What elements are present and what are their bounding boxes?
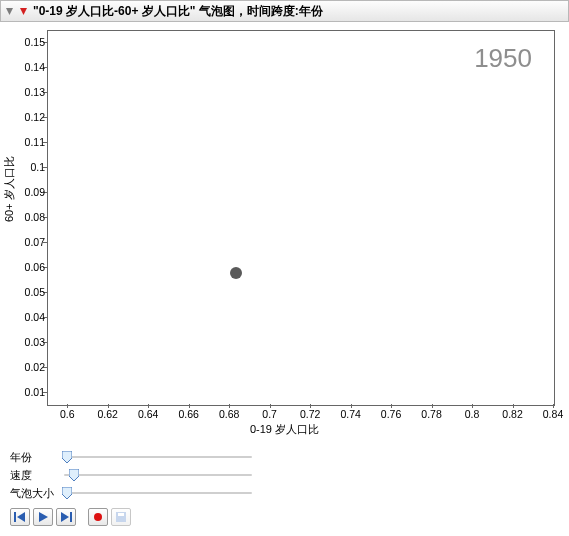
play-button[interactable] — [33, 508, 53, 526]
y-tick: 0.13 — [5, 86, 45, 98]
x-tick: 0.78 — [418, 408, 446, 420]
svg-marker-7 — [39, 512, 48, 522]
data-bubble[interactable] — [230, 267, 242, 279]
record-button[interactable] — [88, 508, 108, 526]
x-tick: 0.64 — [134, 408, 162, 420]
svg-marker-2 — [62, 451, 72, 463]
y-tick: 0.06 — [5, 261, 45, 273]
speed-slider[interactable] — [58, 469, 258, 481]
y-tick: 0.12 — [5, 111, 45, 123]
x-tick: 0.68 — [215, 408, 243, 420]
y-tick: 0.15 — [5, 36, 45, 48]
x-tick: 0.76 — [377, 408, 405, 420]
year-slider[interactable] — [58, 451, 258, 463]
x-tick: 0.8 — [458, 408, 486, 420]
svg-marker-1 — [20, 8, 27, 15]
speed-label: 速度 — [10, 468, 58, 483]
y-tick: 0.03 — [5, 336, 45, 348]
plot-box: 1950 — [47, 30, 555, 406]
bubble-size-label: 气泡大小 — [10, 486, 58, 501]
y-tick: 0.04 — [5, 311, 45, 323]
x-tick: 0.72 — [296, 408, 324, 420]
svg-rect-12 — [118, 513, 124, 516]
svg-marker-8 — [61, 512, 69, 522]
svg-marker-4 — [62, 487, 72, 499]
save-button[interactable] — [111, 508, 131, 526]
x-tick: 0.6 — [53, 408, 81, 420]
y-tick: 0.02 — [5, 361, 45, 373]
svg-point-10 — [94, 513, 102, 521]
panel-header: "0-19 岁人口比-60+ 岁人口比" 气泡图，时间跨度:年份 — [0, 0, 569, 22]
bubble-size-slider[interactable] — [58, 487, 258, 499]
svg-marker-3 — [69, 469, 79, 481]
panel-title: "0-19 岁人口比-60+ 岁人口比" 气泡图，时间跨度:年份 — [33, 2, 323, 20]
disclosure-triangle-icon[interactable] — [5, 7, 14, 16]
svg-marker-6 — [17, 512, 25, 522]
year-annotation: 1950 — [474, 43, 532, 74]
x-tick: 0.84 — [539, 408, 567, 420]
chart-area: 1950 0.010.020.030.040.050.060.070.080.0… — [0, 22, 569, 442]
playback-bar — [0, 504, 569, 532]
x-tick: 0.62 — [94, 408, 122, 420]
y-axis-title: 60+ 岁人口比 — [2, 156, 17, 222]
y-tick: 0.01 — [5, 386, 45, 398]
y-tick: 0.14 — [5, 61, 45, 73]
svg-marker-0 — [6, 8, 13, 15]
x-tick: 0.66 — [175, 408, 203, 420]
year-label: 年份 — [10, 450, 58, 465]
x-tick: 0.74 — [337, 408, 365, 420]
y-tick: 0.11 — [5, 136, 45, 148]
x-axis-title: 0-19 岁人口比 — [0, 422, 569, 437]
animation-controls: 年份 速度 气泡大小 — [0, 442, 569, 504]
y-tick: 0.07 — [5, 236, 45, 248]
x-tick: 0.7 — [256, 408, 284, 420]
hotspot-icon[interactable] — [18, 6, 29, 17]
svg-rect-9 — [70, 512, 72, 522]
step-forward-button[interactable] — [56, 508, 76, 526]
step-back-button[interactable] — [10, 508, 30, 526]
x-tick: 0.82 — [499, 408, 527, 420]
y-tick: 0.05 — [5, 286, 45, 298]
svg-rect-5 — [14, 512, 16, 522]
